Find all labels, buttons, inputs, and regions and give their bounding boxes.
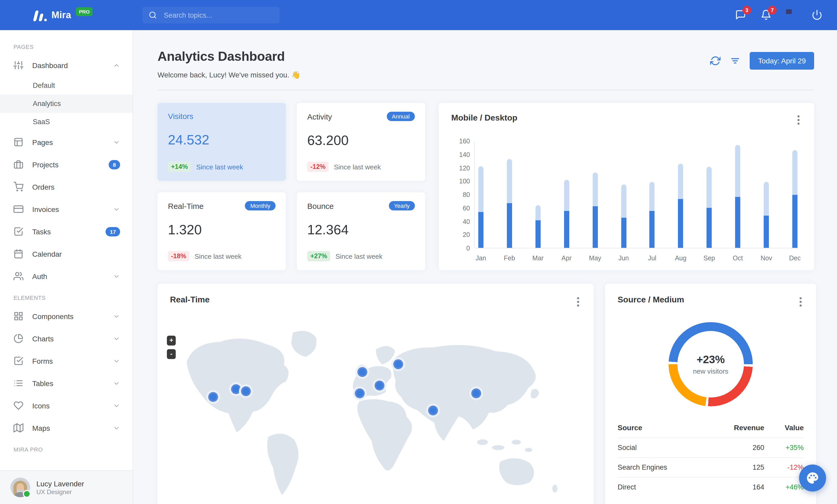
desktop-segment bbox=[507, 159, 512, 203]
stat-card-visitors: Visitors24.532+14%Since last week bbox=[158, 103, 286, 181]
sidebar-item-label: Invoices bbox=[32, 205, 113, 213]
stat-value: 1.320 bbox=[168, 222, 275, 238]
mobile-segment bbox=[592, 206, 598, 248]
sidebar-subitem-default[interactable]: Default bbox=[0, 76, 132, 95]
table-row-search-engines[interactable]: Search Engines125-12% bbox=[618, 457, 804, 477]
x-tick-label: Jul bbox=[648, 255, 656, 262]
kebab-menu-button[interactable] bbox=[575, 295, 581, 309]
mobile-desktop-card: Mobile / Desktop JanFebMarAprMayJunJulAu… bbox=[439, 103, 814, 270]
sidebar-item-label: Icons bbox=[32, 402, 113, 410]
sidebar-item-orders[interactable]: Orders bbox=[0, 175, 132, 198]
x-tick-label: Sep bbox=[704, 255, 715, 262]
map-zoom-out-button[interactable]: - bbox=[167, 349, 176, 359]
map-marker bbox=[241, 386, 251, 396]
donut-center-value: +23% bbox=[697, 353, 725, 366]
users-icon bbox=[14, 271, 23, 281]
sidebar-item-charts[interactable]: Charts bbox=[0, 327, 132, 350]
credit-card-icon bbox=[14, 204, 23, 214]
source-cell: Search Engines bbox=[618, 464, 719, 471]
map-zoom-in-button[interactable]: + bbox=[167, 336, 176, 346]
sidebar-item-invoices[interactable]: Invoices bbox=[0, 198, 132, 220]
bar-jun: Jun bbox=[621, 141, 626, 248]
sidebar-subitem-saas[interactable]: SaaS bbox=[0, 113, 132, 131]
donut-chart: +23% new visitors bbox=[669, 322, 753, 406]
donut-center-label: new visitors bbox=[693, 367, 728, 375]
sidebar-item-calendar[interactable]: Calendar bbox=[0, 243, 132, 265]
sidebar-item-label: Forms bbox=[32, 357, 113, 365]
sidebar-item-icons[interactable]: Icons bbox=[0, 394, 132, 417]
y-tick-label: 80 bbox=[451, 191, 470, 199]
header-divider bbox=[158, 90, 814, 90]
sidebar-item-auth[interactable]: Auth bbox=[0, 265, 132, 287]
stat-card-activity: ActivityAnnual63.200-12%Since last week bbox=[297, 103, 425, 181]
sidebar-item-components[interactable]: Components bbox=[0, 305, 132, 327]
power-icon bbox=[812, 10, 822, 20]
sidebar-item-projects[interactable]: Projects8 bbox=[0, 153, 132, 175]
chevron-down-icon bbox=[113, 424, 120, 431]
grid-icon bbox=[14, 311, 23, 321]
desktop-segment bbox=[735, 145, 740, 197]
x-tick-label: Nov bbox=[761, 255, 772, 262]
kebab-menu-button[interactable] bbox=[796, 113, 802, 127]
source-cell: Direct bbox=[618, 483, 719, 491]
revenue-cell: 260 bbox=[719, 444, 764, 451]
x-tick-label: Jan bbox=[476, 255, 486, 262]
search-box[interactable] bbox=[143, 7, 280, 23]
sidebar-subitem-analytics[interactable]: Analytics bbox=[0, 95, 132, 113]
period-badge: Annual bbox=[387, 112, 415, 121]
sidebar-item-label: Tasks bbox=[32, 227, 106, 236]
sign-out-button[interactable] bbox=[812, 10, 823, 21]
refresh-button[interactable] bbox=[710, 56, 720, 66]
column-header: Revenue bbox=[719, 424, 764, 432]
table-row-social[interactable]: Social260+35% bbox=[618, 437, 804, 457]
x-tick-label: Apr bbox=[562, 255, 572, 262]
sidebar-item-forms[interactable]: Forms bbox=[0, 350, 132, 372]
language-button[interactable] bbox=[786, 10, 798, 21]
notifications-button[interactable]: 7 bbox=[761, 10, 772, 21]
desktop-segment bbox=[649, 182, 655, 211]
sliders-icon bbox=[14, 60, 23, 70]
theme-settings-fab[interactable] bbox=[799, 465, 826, 491]
world-map[interactable]: + - bbox=[170, 314, 581, 504]
kebab-menu-button[interactable] bbox=[798, 295, 804, 309]
sidebar-badge: 17 bbox=[106, 227, 120, 236]
brand[interactable]: Mira PRO bbox=[34, 9, 93, 21]
sidebar-user[interactable]: Lucy Lavender UX Designer bbox=[0, 470, 132, 504]
mobile-segment bbox=[649, 211, 655, 248]
palette-icon bbox=[806, 471, 819, 485]
table-row-direct[interactable]: Direct164+46% bbox=[618, 477, 804, 497]
y-tick-label: 0 bbox=[451, 245, 470, 252]
period-badge: Yearly bbox=[389, 201, 415, 210]
search-input[interactable] bbox=[163, 11, 274, 19]
y-tick-label: 60 bbox=[451, 205, 470, 212]
chevron-down-icon bbox=[113, 402, 120, 409]
mobile-segment bbox=[564, 211, 569, 248]
sidebar-item-pages[interactable]: Pages bbox=[0, 131, 132, 153]
value-cell: +35% bbox=[764, 444, 804, 451]
chevron-down-icon bbox=[113, 273, 120, 280]
sidebar-section-label: ELEMENTS bbox=[0, 287, 132, 305]
bar-jan: Jan bbox=[478, 141, 483, 248]
map-title: Real-Time bbox=[170, 295, 210, 304]
sidebar-item-tables[interactable]: Tables bbox=[0, 372, 132, 394]
sidebar-badge: 8 bbox=[109, 160, 120, 169]
sidebar-item-maps[interactable]: Maps bbox=[0, 417, 132, 439]
date-range-button[interactable]: Today: April 29 bbox=[750, 52, 814, 70]
pro-badge: PRO bbox=[76, 7, 93, 16]
stat-card-real-time: Real-TimeMonthly1.320-18%Since last week bbox=[158, 192, 286, 270]
messages-button[interactable]: 3 bbox=[735, 10, 747, 21]
sidebar-item-tasks[interactable]: Tasks17 bbox=[0, 220, 132, 243]
chevron-down-icon bbox=[113, 313, 120, 320]
mobile-segment bbox=[507, 203, 512, 248]
bar-jul: Jul bbox=[649, 141, 655, 248]
x-tick-label: Oct bbox=[733, 255, 743, 262]
filter-button[interactable] bbox=[730, 56, 740, 66]
mobile-segment bbox=[707, 208, 712, 248]
x-tick-label: Jun bbox=[618, 255, 629, 262]
desktop-segment bbox=[621, 184, 626, 218]
page-subtitle: Welcome back, Lucy! We've missed you. 👋 bbox=[158, 71, 301, 79]
app-root: Mira PRO 3 7 PAGESDashbo bbox=[0, 0, 837, 504]
sidebar-item-label: Calendar bbox=[32, 250, 120, 258]
desktop-segment bbox=[564, 180, 569, 211]
sidebar-item-dashboard[interactable]: Dashboard bbox=[0, 54, 132, 76]
